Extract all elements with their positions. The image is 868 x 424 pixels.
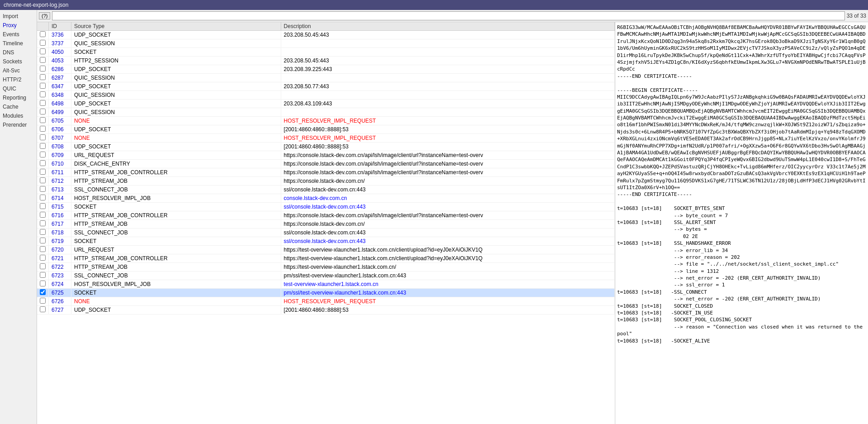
- row-id[interactable]: 6286: [49, 65, 71, 74]
- row-id[interactable]: 6707: [49, 134, 71, 143]
- table-row[interactable]: 6717HTTP_STREAM_JOBhttps://console.lstac…: [37, 220, 615, 229]
- row-checkbox[interactable]: [40, 298, 46, 304]
- row-checkbox[interactable]: [40, 83, 46, 89]
- sidebar-item-timeline[interactable]: Timeline: [0, 39, 37, 48]
- row-id[interactable]: 6722: [49, 263, 71, 272]
- table-container[interactable]: ID Source Type Description 3736UDP_SOCKE…: [37, 22, 615, 424]
- table-row[interactable]: 6499QUIC_SESSION: [37, 108, 615, 117]
- table-row[interactable]: 6719SOCKETssl/console.lstack-dev.com.cn:…: [37, 237, 615, 246]
- row-checkbox[interactable]: [40, 263, 46, 269]
- table-row[interactable]: 6711HTTP_STREAM_JOB_CONTROLLERhttps://co…: [37, 168, 615, 177]
- row-checkbox[interactable]: [40, 126, 46, 132]
- row-id[interactable]: 6714: [49, 194, 71, 203]
- row-id[interactable]: 3737: [49, 39, 71, 48]
- row-id[interactable]: 4050: [49, 48, 71, 57]
- sidebar-item-events[interactable]: Events: [0, 30, 37, 39]
- row-id[interactable]: 3736: [49, 31, 71, 39]
- row-id[interactable]: 6724: [49, 280, 71, 289]
- row-checkbox[interactable]: [40, 48, 46, 54]
- row-checkbox[interactable]: [40, 255, 46, 261]
- sidebar-item-proxy[interactable]: Proxy: [0, 21, 37, 30]
- table-row[interactable]: 6498UDP_SOCKET203.208.43.109:443: [37, 100, 615, 108]
- table-row[interactable]: 6707NONEHOST_RESOLVER_IMPL_REQUEST: [37, 134, 615, 143]
- row-id[interactable]: 6719: [49, 237, 71, 246]
- help-button[interactable]: (?): [39, 12, 50, 19]
- row-id[interactable]: 6716: [49, 211, 71, 220]
- row-id[interactable]: 6287: [49, 74, 71, 82]
- row-id[interactable]: 6499: [49, 108, 71, 117]
- row-checkbox[interactable]: [40, 195, 46, 200]
- row-checkbox[interactable]: [40, 100, 46, 106]
- table-row[interactable]: 6724HOST_RESOLVER_IMPL_JOBtest-overview-…: [37, 280, 615, 289]
- table-row[interactable]: 6712HTTP_STREAM_JOBhttps://console.lstac…: [37, 177, 615, 186]
- table-row[interactable]: 6722HTTP_STREAM_JOBhttps://test-overview…: [37, 263, 615, 272]
- table-row[interactable]: 6708UDP_SOCKET[2001:4860:4860::8888]:53: [37, 143, 615, 151]
- row-checkbox[interactable]: [40, 229, 46, 235]
- row-id[interactable]: 6711: [49, 168, 71, 177]
- row-checkbox[interactable]: [40, 143, 46, 149]
- row-checkbox[interactable]: [40, 220, 46, 226]
- row-id[interactable]: 6725: [49, 289, 71, 297]
- row-id[interactable]: 4053: [49, 57, 71, 65]
- row-checkbox[interactable]: [40, 203, 46, 209]
- table-row[interactable]: 4053HTTP2_SESSION203.208.50.45:443: [37, 57, 615, 65]
- table-row[interactable]: 6287QUIC_SESSION: [37, 74, 615, 82]
- row-id[interactable]: 6713: [49, 186, 71, 194]
- row-id[interactable]: 6717: [49, 220, 71, 229]
- row-id[interactable]: 6498: [49, 100, 71, 108]
- table-row[interactable]: 6705NONEHOST_RESOLVER_IMPL_REQUEST: [37, 117, 615, 125]
- row-checkbox[interactable]: [40, 169, 46, 175]
- sidebar-item-import[interactable]: Import: [0, 12, 37, 21]
- row-checkbox[interactable]: [40, 246, 46, 252]
- row-id[interactable]: 6720: [49, 246, 71, 254]
- row-checkbox[interactable]: [40, 57, 46, 63]
- table-row[interactable]: 6348QUIC_SESSION: [37, 91, 615, 100]
- row-checkbox[interactable]: [40, 289, 46, 295]
- sidebar-item-cache[interactable]: Cache: [0, 102, 37, 111]
- row-id[interactable]: 6721: [49, 254, 71, 263]
- table-row[interactable]: 6716HTTP_STREAM_JOB_CONTROLLERhttps://co…: [37, 211, 615, 220]
- row-id[interactable]: 6348: [49, 91, 71, 100]
- table-row[interactable]: 6715SOCKETssl/console.lstack-dev.com.cn:…: [37, 203, 615, 211]
- table-row[interactable]: 6727UDP_SOCKET[2001:4860:4860::8888]:53: [37, 306, 615, 314]
- table-row[interactable]: 6726NONEHOST_RESOLVER_IMPL_REQUEST: [37, 297, 615, 306]
- row-checkbox[interactable]: [40, 212, 46, 218]
- table-row[interactable]: 6710DISK_CACHE_ENTRYhttps://console.lsta…: [37, 160, 615, 168]
- table-row[interactable]: 6347UDP_SOCKET203.208.50.77:443: [37, 82, 615, 91]
- table-row[interactable]: 6725SOCKETpm/ssl/test-overview-xlauncher…: [37, 289, 615, 297]
- row-checkbox[interactable]: [40, 31, 46, 37]
- row-checkbox[interactable]: [40, 117, 46, 123]
- table-row[interactable]: 3736UDP_SOCKET203.208.50.45:443: [37, 31, 615, 39]
- row-id[interactable]: 6718: [49, 229, 71, 237]
- sidebar-item-dns[interactable]: DNS: [0, 48, 37, 57]
- row-checkbox[interactable]: [40, 134, 46, 140]
- sidebar-item-sockets[interactable]: Sockets: [0, 57, 37, 66]
- table-row[interactable]: 6720URL_REQUESThttps://test-overview-xla…: [37, 246, 615, 254]
- row-checkbox[interactable]: [40, 177, 46, 183]
- row-checkbox[interactable]: [40, 186, 46, 192]
- table-row[interactable]: 6723SSL_CONNECT_JOBpm/ssl/test-overview-…: [37, 272, 615, 280]
- row-id[interactable]: 6709: [49, 151, 71, 160]
- table-row[interactable]: 6714HOST_RESOLVER_IMPL_JOBconsole.lstack…: [37, 194, 615, 203]
- table-row[interactable]: 6721HTTP_STREAM_JOB_CONTROLLERhttps://te…: [37, 254, 615, 263]
- sidebar-item-prerender[interactable]: Prerender: [0, 120, 37, 129]
- row-checkbox[interactable]: [40, 74, 46, 80]
- row-id[interactable]: 6708: [49, 143, 71, 151]
- sidebar-item-altsvc[interactable]: Alt-Svc: [0, 66, 37, 75]
- row-id[interactable]: 6706: [49, 125, 71, 134]
- row-checkbox[interactable]: [40, 160, 46, 166]
- row-id[interactable]: 6715: [49, 203, 71, 211]
- row-id[interactable]: 6710: [49, 160, 71, 168]
- table-row[interactable]: 6713SSL_CONNECT_JOBssl/console.lstack-de…: [37, 186, 615, 194]
- row-id[interactable]: 6347: [49, 82, 71, 91]
- table-row[interactable]: 6718SSL_CONNECT_JOBssl/console.lstack-de…: [37, 229, 615, 237]
- row-checkbox[interactable]: [40, 109, 46, 114]
- row-id[interactable]: 6712: [49, 177, 71, 186]
- row-checkbox[interactable]: [40, 152, 46, 157]
- table-row[interactable]: 6709URL_REQUESThttps://console.lstack-de…: [37, 151, 615, 160]
- row-checkbox[interactable]: [40, 306, 46, 312]
- row-checkbox[interactable]: [40, 272, 46, 278]
- sidebar-item-reporting[interactable]: Reporting: [0, 93, 37, 102]
- table-row[interactable]: 4050SOCKET: [37, 48, 615, 57]
- sidebar-item-quic[interactable]: QUIC: [0, 84, 37, 93]
